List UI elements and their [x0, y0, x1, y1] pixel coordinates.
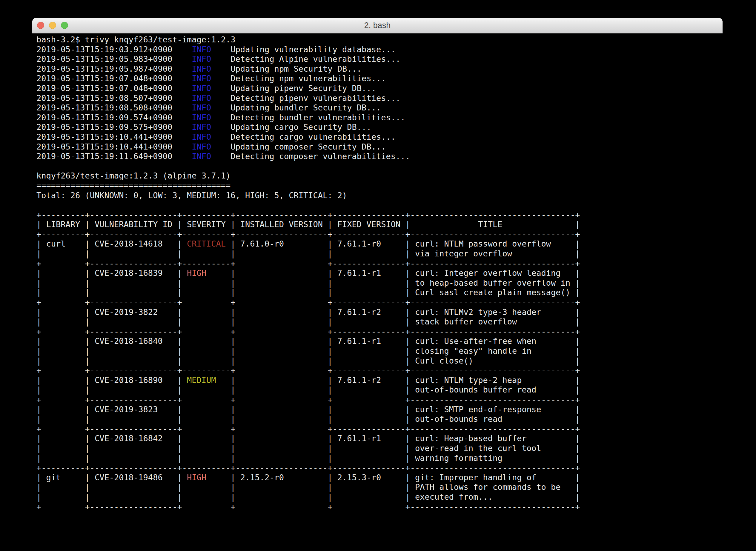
zoom-button[interactable]: [61, 22, 68, 29]
terminal-line: | | | | | | to heap-based buffer overflo…: [36, 278, 718, 288]
terminal-line: | | | | | | Curl_close() |: [36, 356, 718, 366]
terminal-line: | | | | | | warning formatting |: [36, 453, 718, 463]
terminal-line: 2019-05-13T15:19:03.912+0900 INFO Updati…: [36, 45, 718, 55]
close-button[interactable]: [37, 22, 44, 29]
terminal-line: 2019-05-13T15:19:07.048+0900 INFO Detect…: [36, 74, 718, 84]
terminal-line: 2019-05-13T15:19:11.649+0900 INFO Detect…: [36, 152, 718, 161]
terminal-line: | | | | | | stack buffer overflow |: [36, 317, 718, 327]
terminal-line: | | | | | | PATH allows for commands to …: [36, 482, 718, 492]
terminal-line: | | | | | | out-of-bounds read |: [36, 414, 718, 424]
terminal-line: | git | CVE-2018-19486 | HIGH | 2.15.2-r…: [36, 473, 718, 483]
terminal-line: Total: 26 (UNKNOWN: 0, LOW: 3, MEDIUM: 1…: [36, 191, 718, 200]
title-bar[interactable]: 2. bash: [32, 18, 723, 33]
terminal-line: [36, 200, 718, 210]
terminal-line: 2019-05-13T15:19:05.983+0900 INFO Detect…: [36, 54, 718, 64]
terminal-line: + +------------------+----------+ +-----…: [36, 366, 718, 376]
terminal-line: | | CVE-2019-3822 | | | 7.61.1-r2 | curl…: [36, 308, 718, 317]
terminal-output[interactable]: bash-3.2$ trivy knqyf263/test-image:1.2.…: [32, 33, 723, 512]
terminal-line: | curl | CVE-2018-14618 | CRITICAL | 7.6…: [36, 239, 718, 249]
terminal-line: + +------------------+ + + +------------…: [36, 502, 718, 512]
terminal-line: 2019-05-13T15:19:07.048+0900 INFO Updati…: [36, 84, 718, 93]
terminal-line: | | CVE-2018-16839 | HIGH | | 7.61.1-r1 …: [36, 268, 718, 278]
terminal-line: 2019-05-13T15:19:10.441+0900 INFO Updati…: [36, 142, 718, 152]
terminal-line: + +------------------+ + +--------------…: [36, 298, 718, 308]
traffic-lights: [37, 22, 68, 29]
terminal-line: 2019-05-13T15:19:09.574+0900 INFO Detect…: [36, 113, 718, 123]
terminal-window: 2. bash bash-3.2$ trivy knqyf263/test-im…: [32, 18, 723, 547]
terminal-line: + +------------------+ + +--------------…: [36, 424, 718, 434]
terminal-line: | | | | | | executed from... |: [36, 492, 718, 502]
terminal-line: ========================================: [36, 181, 718, 191]
terminal-line: + +------------------+ + + +------------…: [36, 395, 718, 405]
terminal-line: | | | | | | closing "easy" handle in |: [36, 346, 718, 356]
terminal-line: 2019-05-13T15:19:09.575+0900 INFO Updati…: [36, 122, 718, 132]
terminal-line: bash-3.2$ trivy knqyf263/test-image:1.2.…: [36, 35, 718, 45]
terminal-line: 2019-05-13T15:19:08.507+0900 INFO Detect…: [36, 93, 718, 103]
terminal-line: + +------------------+----------+ +-----…: [36, 259, 718, 268]
terminal-line: +---------+------------------+----------…: [36, 229, 718, 239]
minimize-button[interactable]: [49, 22, 56, 29]
terminal-line: | | CVE-2018-16842 | | | 7.61.1-r1 | cur…: [36, 434, 718, 444]
terminal-line: | | CVE-2018-16840 | | | 7.61.1-r1 | cur…: [36, 337, 718, 346]
terminal-line: knqyf263/test-image:1.2.3 (alpine 3.7.1): [36, 171, 718, 181]
desktop-background: 2. bash bash-3.2$ trivy knqyf263/test-im…: [0, 0, 756, 551]
terminal-line: + +------------------+ + +--------------…: [36, 327, 718, 337]
terminal-line: 2019-05-13T15:19:05.987+0900 INFO Updati…: [36, 64, 718, 74]
terminal-line: 2019-05-13T15:19:10.441+0900 INFO Detect…: [36, 132, 718, 142]
terminal-line: | | | | | | over-read in the curl tool |: [36, 444, 718, 453]
terminal-line: | | CVE-2018-16890 | MEDIUM | | 7.61.1-r…: [36, 376, 718, 385]
terminal-line: | | | | | | Curl_sasl_create_plain_messa…: [36, 288, 718, 298]
terminal-line: | LIBRARY | VULNERABILITY ID | SEVERITY …: [36, 220, 718, 229]
terminal-line: | | | | | | out-of-bounds buffer read |: [36, 385, 718, 395]
terminal-line: | | | | | | via integer overflow |: [36, 249, 718, 259]
terminal-line: +---------+------------------+----------…: [36, 210, 718, 220]
window-title: 2. bash: [364, 21, 391, 30]
terminal-line: +---------+------------------+----------…: [36, 463, 718, 473]
terminal-line: [36, 161, 718, 171]
terminal-line: | | CVE-2019-3823 | | | | curl: SMTP end…: [36, 405, 718, 415]
terminal-line: 2019-05-13T15:19:08.508+0900 INFO Updati…: [36, 103, 718, 113]
